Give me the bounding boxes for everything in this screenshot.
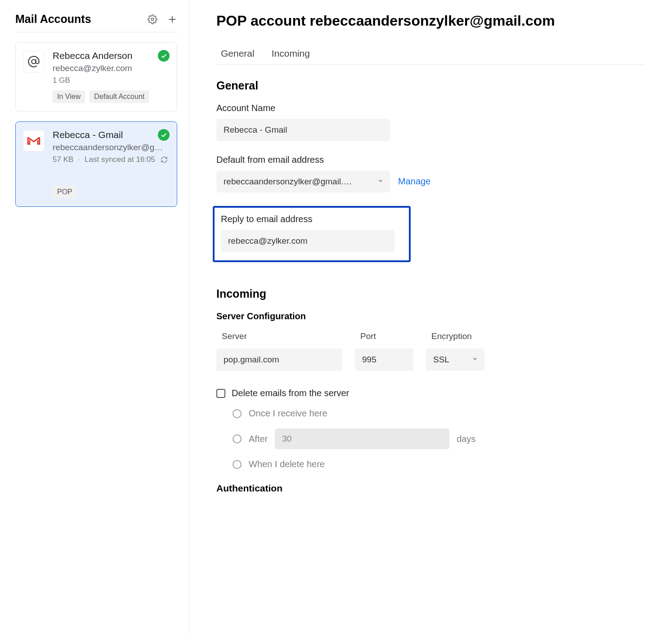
- delete-emails-checkbox[interactable]: Delete emails from the server: [216, 388, 644, 398]
- radio-when-delete-here[interactable]: When I delete here: [233, 459, 644, 469]
- account-card[interactable]: Rebecca Anderson rebecca@zylker.com 1 GB…: [15, 42, 177, 112]
- section-authentication-title: Authentication: [216, 483, 644, 494]
- account-sync: Last synced at 16:05: [85, 155, 155, 164]
- account-size: 57 KB: [53, 155, 73, 164]
- account-name-input[interactable]: [216, 119, 390, 141]
- label-server: Server: [222, 331, 342, 341]
- tab-incoming[interactable]: Incoming: [272, 48, 310, 59]
- radio-icon: [233, 434, 242, 443]
- chip-default-account: Default Account: [90, 90, 149, 103]
- reply-to-highlight: Reply to email address: [213, 206, 411, 262]
- label-reply-to: Reply to email address: [221, 214, 403, 224]
- label-delete-emails: Delete emails from the server: [232, 388, 349, 398]
- gear-icon[interactable]: [148, 14, 157, 24]
- checkbox-icon: [216, 389, 225, 398]
- refresh-icon[interactable]: [161, 156, 168, 163]
- main-panel: POP account rebeccaandersonzylker@gmail.…: [189, 0, 672, 634]
- label-server-config: Server Configuration: [216, 311, 644, 321]
- reply-to-input[interactable]: [221, 230, 394, 252]
- label-port: Port: [360, 331, 413, 341]
- section-incoming-title: Incoming: [216, 287, 644, 300]
- label-when-delete-here: When I delete here: [249, 459, 325, 469]
- tab-general[interactable]: General: [221, 48, 255, 59]
- sidebar-title: Mail Accounts: [15, 13, 91, 26]
- radio-after-days[interactable]: After days: [233, 429, 644, 449]
- label-once-receive: Once I receive here: [249, 408, 327, 419]
- label-default-from: Default from email address: [216, 155, 644, 165]
- radio-icon: [233, 409, 242, 418]
- after-days-input[interactable]: [275, 429, 449, 449]
- account-name: Rebecca - Gmail: [53, 129, 154, 140]
- server-input[interactable]: [216, 348, 342, 371]
- svg-point-0: [151, 18, 154, 21]
- check-icon: [158, 50, 170, 62]
- account-name: Rebecca Anderson: [53, 50, 154, 61]
- manage-link[interactable]: Manage: [398, 176, 430, 187]
- plus-icon[interactable]: [167, 14, 177, 24]
- separator-dot: ·: [78, 155, 80, 164]
- account-size: 1 GB: [53, 76, 170, 85]
- port-input[interactable]: [355, 348, 413, 371]
- delete-radio-group: Once I receive here After days When I de…: [216, 408, 644, 469]
- at-icon: [23, 51, 45, 72]
- radio-once-receive[interactable]: Once I receive here: [233, 408, 644, 419]
- sidebar: Mail Accounts Rebecca Anderson rebecca@z…: [0, 0, 189, 634]
- tabs: General Incoming: [216, 48, 644, 65]
- label-after: After: [249, 434, 268, 444]
- account-card-selected[interactable]: Rebecca - Gmail rebeccaandersonzylker@g……: [15, 121, 177, 207]
- encryption-select[interactable]: SSL: [426, 348, 484, 371]
- default-from-select[interactable]: rebeccaandersonzylker@gmail.…: [216, 170, 390, 192]
- svg-point-3: [31, 59, 36, 63]
- label-days-unit: days: [457, 434, 475, 444]
- label-account-name: Account Name: [216, 103, 644, 113]
- page-title: POP account rebeccaandersonzylker@gmail.…: [216, 13, 644, 29]
- sidebar-actions: [148, 14, 177, 24]
- sidebar-header: Mail Accounts: [15, 13, 177, 32]
- chip-in-view: In View: [53, 90, 85, 103]
- label-encryption: Encryption: [431, 331, 484, 341]
- radio-icon: [233, 460, 242, 469]
- account-email: rebeccaandersonzylker@g…: [53, 143, 170, 152]
- gmail-icon: [23, 130, 45, 152]
- section-general-title: General: [216, 79, 644, 92]
- chip-pop: POP: [53, 186, 77, 198]
- check-icon: [158, 129, 170, 141]
- account-email: rebecca@zylker.com: [53, 63, 170, 73]
